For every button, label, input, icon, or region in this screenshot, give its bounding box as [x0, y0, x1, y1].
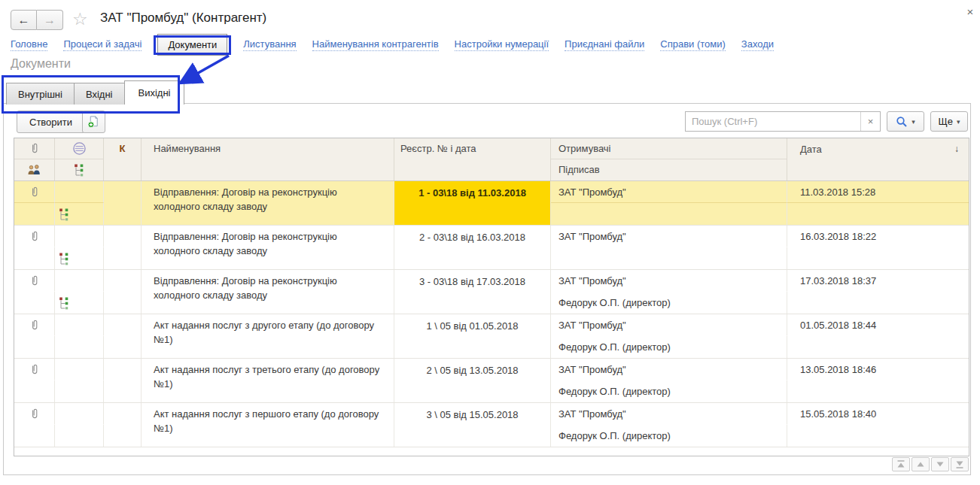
recipient-cell: ЗАТ "Промбуд" — [551, 314, 787, 336]
arrow-down-icon — [936, 460, 945, 468]
move-down-button[interactable] — [931, 457, 949, 471]
table-header: К Найменування Реєстр. № і дата Отримува… — [14, 138, 969, 181]
reg-cell-active[interactable]: 1 - 03\18 від 11.03.2018 — [394, 181, 551, 225]
header-state-column[interactable] — [55, 138, 104, 159]
process-cell — [55, 336, 104, 358]
page-title: ЗАТ "Промбуд" (Контрагент) — [100, 11, 266, 26]
date-cell: 15.05.2018 18:40 — [787, 403, 969, 425]
attachment-cell-spacer — [14, 292, 55, 314]
header-recipients-column-icon[interactable] — [14, 159, 55, 180]
table-empty-area — [14, 447, 969, 456]
state-cell — [55, 403, 104, 425]
k-cell — [104, 403, 142, 447]
attachment-cell-spacer — [14, 425, 55, 447]
signer-cell: Федорук О.П. (директор) — [551, 292, 787, 314]
date-cell-spacer — [787, 380, 969, 402]
nav-link-main[interactable]: Головне — [11, 38, 47, 51]
header-date-label: Дата — [800, 144, 822, 155]
paperclip-icon — [30, 186, 39, 199]
move-up-button[interactable] — [912, 457, 930, 471]
header-process-column-icon[interactable] — [55, 159, 104, 180]
nav-item-documents-active[interactable]: Документи — [157, 34, 227, 56]
date-cell-spacer — [787, 336, 969, 358]
process-cell — [55, 203, 104, 225]
table-row[interactable]: Акт надання послуг з третього етапу (до … — [14, 358, 969, 402]
table-row[interactable]: Акт надання послуг з другого етапу (до д… — [14, 314, 969, 358]
paperclip-icon — [30, 230, 39, 243]
close-icon[interactable]: × — [962, 4, 978, 20]
table-row[interactable]: Відправлення: Договір на реконструкцію х… — [14, 225, 969, 269]
create-from-template-button[interactable] — [82, 111, 105, 133]
favorite-star-icon[interactable]: ☆ — [72, 9, 88, 29]
state-cell — [55, 270, 104, 292]
name-cell: Відправлення: Договір на реконструкцію х… — [142, 181, 394, 225]
back-button[interactable]: ← — [11, 10, 37, 30]
nav-link-cases[interactable]: Справи (томи) — [660, 38, 726, 51]
header-date-column-spacer — [787, 159, 969, 180]
header-signer-column-label[interactable]: Підписав — [551, 159, 787, 180]
recipient-cell: ЗАТ "Промбуд" — [551, 226, 787, 247]
state-cell — [55, 314, 104, 336]
nav-link-attached-files[interactable]: Приєднані файли — [565, 38, 644, 51]
chevron-down-icon: ▾ — [912, 118, 915, 126]
table-row[interactable]: Відправлення: Договір на реконструкцію х… — [14, 269, 969, 314]
table-navigation-buttons — [892, 457, 969, 471]
attachment-cell-spacer — [14, 380, 55, 402]
tab-incoming[interactable]: Вхідні — [74, 83, 125, 105]
signer-cell: Федорук О.П. (директор) — [551, 336, 787, 358]
nav-link-processes[interactable]: Процеси й задачі — [63, 38, 142, 51]
date-cell: 13.05.2018 18:46 — [787, 359, 969, 380]
reg-cell: 3 - 03\18 від 17.03.2018 — [394, 270, 551, 314]
business-process-icon — [59, 296, 69, 310]
attachment-cell-spacer — [14, 247, 55, 269]
go-to-top-button[interactable] — [892, 457, 910, 471]
name-cell: Відправлення: Договір на реконструкцію х… — [142, 270, 394, 314]
date-cell: 01.05.2018 18:44 — [787, 314, 969, 336]
search-input[interactable] — [686, 112, 860, 131]
attachment-cell — [14, 314, 55, 336]
date-cell-spacer — [787, 292, 969, 314]
k-cell — [104, 314, 142, 358]
nav-item-documents-wrap: Документи — [157, 39, 227, 50]
tab-outgoing[interactable]: Вихідні — [124, 80, 185, 105]
business-process-icon — [59, 252, 69, 265]
state-cell — [55, 181, 104, 203]
forward-button[interactable]: → — [37, 10, 63, 30]
chevron-down-icon: ▾ — [957, 118, 960, 126]
go-to-bottom-icon — [955, 460, 964, 468]
more-button[interactable]: Ще ▾ — [930, 111, 968, 132]
back-arrow-icon: ← — [18, 14, 30, 27]
attachment-cell — [14, 226, 55, 247]
reg-cell: 3 \ 05 від 15.05.2018 — [394, 403, 551, 447]
clear-search-button[interactable]: × — [860, 112, 880, 131]
table-row[interactable]: Акт надання послуг з першого етапу (до д… — [14, 402, 969, 447]
signer-cell — [551, 203, 787, 225]
clear-icon: × — [868, 116, 874, 127]
header-name-column[interactable]: Найменування — [142, 138, 394, 180]
forward-arrow-icon: → — [44, 14, 56, 27]
nav-link-numbering-settings[interactable]: Настройки нумерації — [455, 38, 549, 51]
table-row[interactable]: Відправлення: Договір на реконструкцію х… — [14, 181, 969, 225]
create-button[interactable]: Створити — [17, 111, 85, 133]
documents-table: К Найменування Реєстр. № і дата Отримува… — [14, 138, 969, 456]
go-to-bottom-button[interactable] — [951, 457, 969, 471]
header-date-column[interactable]: Дата ↓ — [787, 138, 969, 159]
nav-link-correspondence[interactable]: Листування — [243, 38, 296, 51]
nav-link-counterparty-names[interactable]: Найменування контрагентів — [312, 38, 439, 51]
date-cell-spacer — [787, 425, 969, 447]
business-process-icon — [59, 208, 69, 221]
nav-link-events[interactable]: Заходи — [741, 38, 774, 51]
search-button[interactable]: ▾ — [887, 111, 924, 132]
header-recipients-column-label[interactable]: Отримувачі — [551, 138, 787, 159]
signer-cell: Федорук О.П. (директор) — [551, 380, 787, 402]
header-k-column[interactable]: К — [104, 138, 142, 180]
paperclip-icon — [30, 274, 39, 287]
go-to-top-icon — [896, 460, 905, 468]
header-attachment-column[interactable] — [14, 138, 55, 159]
header-reg-column[interactable]: Реєстр. № і дата — [394, 138, 551, 180]
paperclip-icon — [30, 142, 39, 155]
k-cell — [104, 226, 142, 269]
arrow-up-icon — [916, 460, 925, 468]
tab-internal[interactable]: Внутрішні — [6, 83, 75, 105]
people-icon — [27, 165, 41, 175]
